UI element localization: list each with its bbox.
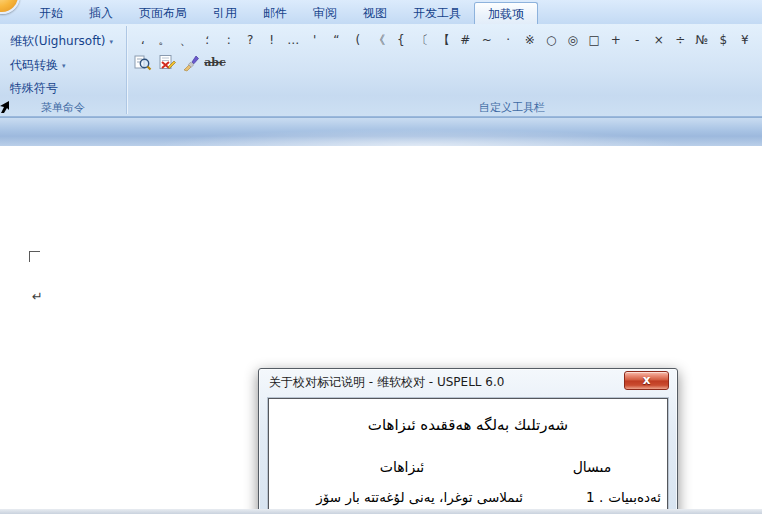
symbol-button[interactable]: { (390, 32, 412, 49)
row-number: 1 . (586, 484, 603, 510)
column-header-explanation: ئىزاھات (281, 459, 523, 475)
symbol-button[interactable]: 、 (175, 32, 197, 49)
format-brush-icon[interactable] (181, 53, 201, 72)
tab-page-layout[interactable]: 页面布局 (126, 2, 200, 24)
tab-add-ins[interactable]: 加载项 (474, 2, 538, 24)
paragraph-return-icon: ↵ (32, 289, 43, 304)
symbol-button[interactable]: : (218, 32, 240, 49)
symbol-button[interactable]: … (283, 32, 305, 49)
symbol-button[interactable]: ' (304, 32, 326, 49)
tab-insert[interactable]: 插入 (76, 2, 126, 24)
document-window-top-strip (0, 117, 762, 146)
chevron-down-icon: ▾ (110, 38, 114, 46)
spelling-error-icon[interactable] (157, 53, 177, 72)
explanation-text: ئىملاسى توغرا، يەنى لۇغەتتە بار سۆز (281, 484, 523, 510)
menu-special-symbols-label: 特殊符号 (10, 80, 58, 97)
marks-table: ئىزاھات مىسال ئىملاسى توغرا، يەنى لۇغەتت… (269, 459, 667, 514)
symbol-button[interactable]: “ (326, 32, 348, 49)
strikethrough-abc-label: abc (204, 56, 226, 69)
column-header-example: مىسال (523, 459, 661, 475)
uspell-dialog: 关于校对标记说明 - 维软校对 - USPELL 6.0 x شەرتلىك ب… (258, 368, 678, 514)
symbol-button[interactable]: ÷ (670, 32, 692, 49)
symbol-button[interactable]: # (455, 32, 477, 49)
symbol-button[interactable]: ◎ (562, 32, 584, 49)
text-boundary-mark (29, 251, 40, 262)
symbol-button[interactable]: 《 (369, 32, 391, 49)
symbol-button[interactable]: · (498, 32, 520, 49)
symbol-toolbar: ، 。 、 ؛ : ? ! … ' “ ( 《 { 〔 【 # ~ · ※ ○ … (132, 32, 756, 49)
ribbon-addins-panel: 维软(Uighursoft) ▾ 代码转换 ▾ 特殊符号 菜单命令 ، 。 、 … (0, 24, 762, 117)
symbol-button[interactable]: ! (261, 32, 283, 49)
example-cell: 1 . ئەدەبىيات (523, 484, 661, 510)
strikethrough-abc-icon[interactable]: abc (205, 53, 225, 72)
tab-developer[interactable]: 开发工具 (400, 2, 474, 24)
ribbon-tab-bar: 开始 插入 页面布局 引用 邮件 审阅 视图 开发工具 加载项 (0, 0, 762, 24)
tab-review[interactable]: 审阅 (300, 2, 350, 24)
chevron-down-icon: ▾ (62, 62, 66, 70)
group-separator (126, 26, 127, 114)
symbol-button[interactable]: ( (347, 32, 369, 49)
group-label-custom-toolbars: 自定义工具栏 (412, 100, 612, 115)
proofing-toolbar: abc (133, 53, 225, 72)
tab-home[interactable]: 开始 (26, 2, 76, 24)
dialog-heading: شەرتلىك بەلگە ھەققىدە ئىزاھات (269, 416, 667, 434)
symbol-button[interactable]: 【 (433, 32, 455, 49)
window-bottom-edge (0, 509, 762, 514)
symbol-button[interactable]: № (691, 32, 713, 49)
symbol-button[interactable]: □ (584, 32, 606, 49)
document-page[interactable]: ↵ 关于校对标记说明 - 维软校对 - USPELL 6.0 x شەرتلىك… (0, 146, 762, 514)
dialog-content: شەرتلىك بەلگە ھەققىدە ئىزاھات ئىزاھات مى… (268, 398, 668, 514)
dialog-title: 关于校对标记说明 - 维软校对 - USPELL 6.0 (269, 375, 504, 389)
tab-references[interactable]: 引用 (200, 2, 250, 24)
symbol-button[interactable]: ¥ (734, 32, 756, 49)
symbol-button[interactable]: $ (713, 32, 735, 49)
symbol-button[interactable]: 〔 (412, 32, 434, 49)
symbol-button[interactable]: ? (240, 32, 262, 49)
symbol-button[interactable]: - (627, 32, 649, 49)
symbol-button[interactable]: + (605, 32, 627, 49)
example-word: ئەدەبىيات (608, 484, 661, 510)
menu-uighursoft[interactable]: 维软(Uighursoft) ▾ (10, 31, 113, 51)
ribbon-tabs: 开始 插入 页面布局 引用 邮件 审阅 视图 开发工具 加载项 (26, 0, 538, 24)
menu-special-symbols[interactable]: 特殊符号 (10, 78, 58, 98)
word-application-window: 开始 插入 页面布局 引用 邮件 审阅 视图 开发工具 加载项 维软(Uighu… (0, 0, 762, 514)
search-proof-icon[interactable] (133, 53, 153, 72)
office-button-icon[interactable] (0, 0, 20, 14)
dialog-title-bar[interactable]: 关于校对标记说明 - 维软校对 - USPELL 6.0 (259, 369, 677, 396)
symbol-button[interactable]: ○ (541, 32, 563, 49)
table-row: ئىملاسى توغرا، يەنى لۇغەتتە بار سۆز 1 . … (281, 484, 661, 510)
tab-view[interactable]: 视图 (350, 2, 400, 24)
group-label-menu-commands: 菜单命令 (0, 100, 126, 115)
table-header-row: ئىزاھات مىسال (281, 459, 661, 475)
menu-code-convert[interactable]: 代码转换 ▾ (10, 55, 66, 75)
tab-mailings[interactable]: 邮件 (250, 2, 300, 24)
menu-code-convert-label: 代码转换 (10, 57, 58, 74)
symbol-button[interactable]: ، (132, 32, 154, 49)
close-button[interactable]: x (624, 371, 669, 390)
symbol-button[interactable]: × (648, 32, 670, 49)
symbol-button[interactable]: ※ (519, 32, 541, 49)
symbol-button[interactable]: 。 (154, 32, 176, 49)
symbol-button[interactable]: ~ (476, 32, 498, 49)
menu-uighursoft-label: 维软(Uighursoft) (10, 33, 106, 50)
symbol-button[interactable]: ؛ (197, 32, 219, 49)
